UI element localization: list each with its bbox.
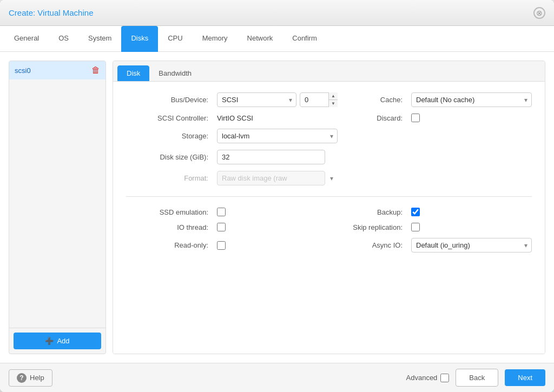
close-button[interactable]: ⊗	[533, 7, 545, 19]
spinner-down[interactable]: ▼	[329, 100, 338, 107]
bus-select[interactable]: SCSI IDE SATA VirtIO	[217, 92, 296, 107]
format-select[interactable]: Raw disk image (raw	[217, 171, 325, 185]
cache-select-wrap: Default (No cache) Direct sync Write bac…	[411, 92, 532, 107]
plus-icon: ➕	[45, 337, 54, 345]
cache-label: Cache:	[342, 96, 407, 104]
advanced-label: Advanced	[406, 374, 438, 382]
tab-os[interactable]: OS	[49, 26, 78, 51]
create-vm-window: Create: Virtual Machine ⊗ General OS Sys…	[0, 0, 554, 392]
bus-device-label: Bus/Device:	[126, 96, 213, 104]
tab-cpu[interactable]: CPU	[158, 26, 192, 51]
discard-checkbox-wrap	[411, 114, 532, 122]
discard-checkbox[interactable]	[411, 114, 420, 122]
tab-bar: General OS System Disks CPU Memory Netwo…	[0, 26, 554, 52]
async-io-select[interactable]: Default (io_uring) io_uring native threa…	[411, 238, 532, 253]
storage-label: Storage:	[126, 132, 213, 140]
footer: ? Help Advanced Back Next	[0, 363, 554, 392]
tab-system[interactable]: System	[78, 26, 121, 51]
io-thread-label: IO thread:	[126, 223, 213, 231]
next-button[interactable]: Next	[505, 369, 545, 386]
advanced-wrap: Advanced	[406, 374, 450, 382]
sidebar-item-label: scsi0	[15, 67, 31, 75]
add-label: Add	[57, 337, 69, 345]
sub-tab-bar: Disk Bandwidth	[113, 61, 545, 82]
disk-size-label: Disk size (GiB):	[126, 153, 213, 161]
disk-size-wrap	[217, 150, 338, 164]
storage-select[interactable]: local-lvm local	[217, 129, 338, 143]
sidebar-item-list: scsi0 🗑	[9, 61, 105, 328]
ssd-checkbox[interactable]	[217, 208, 226, 216]
ssd-checkbox-wrap	[217, 208, 338, 216]
scsi-controller-value: VirtIO SCSI	[217, 114, 338, 122]
question-icon: ?	[17, 373, 27, 383]
titlebar: Create: Virtual Machine ⊗	[0, 0, 554, 26]
readonly-checkbox-wrap	[217, 241, 338, 250]
io-thread-checkbox-wrap	[217, 223, 338, 231]
backup-checkbox-wrap	[411, 208, 532, 216]
spinner-up[interactable]: ▲	[329, 92, 338, 100]
spinner-buttons: ▲ ▼	[328, 92, 338, 107]
io-thread-checkbox[interactable]	[217, 223, 226, 231]
main-content: scsi0 🗑 ➕ Add Disk Bandwidth	[0, 52, 554, 363]
advanced-checkbox[interactable]	[440, 374, 449, 382]
bus-select-wrap: SCSI IDE SATA VirtIO	[217, 92, 296, 107]
add-disk-button[interactable]: ➕ Add	[14, 333, 101, 349]
tab-confirm[interactable]: Confirm	[282, 26, 327, 51]
tab-disks[interactable]: Disks	[121, 26, 158, 52]
window-title: Create: Virtual Machine	[9, 8, 93, 17]
format-select-wrap: Raw disk image (raw	[217, 171, 338, 185]
discard-label: Discard:	[342, 114, 407, 122]
tab-memory[interactable]: Memory	[193, 26, 238, 51]
ssd-emulation-label: SSD emulation:	[126, 208, 213, 216]
subtab-disk[interactable]: Disk	[117, 65, 149, 81]
disk-config-panel: Disk Bandwidth Bus/Device: SCSI IDE SATA	[113, 61, 545, 354]
backup-label: Backup:	[342, 208, 407, 216]
disk-form: Bus/Device: SCSI IDE SATA VirtIO	[113, 82, 545, 354]
sidebar-footer: ➕ Add	[9, 328, 105, 354]
async-io-label: Async IO:	[342, 241, 407, 249]
footer-right: Advanced Back Next	[406, 369, 545, 387]
bus-device-wrap: SCSI IDE SATA VirtIO ▲ ▼	[217, 92, 338, 107]
disk-size-input[interactable]	[217, 150, 325, 164]
form-grid: Bus/Device: SCSI IDE SATA VirtIO	[126, 92, 532, 253]
skip-replication-checkbox[interactable]	[411, 223, 420, 231]
form-divider	[126, 196, 532, 197]
help-label: Help	[30, 374, 44, 382]
async-io-select-wrap: Default (io_uring) io_uring native threa…	[411, 238, 532, 253]
storage-select-wrap: local-lvm local	[217, 129, 338, 143]
help-button[interactable]: ? Help	[9, 369, 52, 387]
tab-network[interactable]: Network	[238, 26, 283, 51]
delete-icon[interactable]: 🗑	[91, 65, 100, 75]
sidebar-item-scsi0[interactable]: scsi0 🗑	[9, 61, 105, 79]
skip-replication-label: Skip replication:	[342, 223, 407, 231]
disk-sidebar: scsi0 🗑 ➕ Add	[9, 61, 106, 354]
subtab-bandwidth[interactable]: Bandwidth	[149, 65, 201, 81]
skip-replication-checkbox-wrap	[411, 223, 532, 231]
back-button[interactable]: Back	[456, 369, 498, 387]
tab-general[interactable]: General	[4, 26, 49, 51]
device-number-wrap: ▲ ▼	[300, 92, 338, 107]
readonly-label: Read-only:	[126, 241, 213, 249]
scsi-controller-label: SCSI Controller:	[126, 114, 213, 122]
readonly-checkbox[interactable]	[217, 241, 226, 250]
format-label: Format:	[126, 174, 213, 182]
cache-select[interactable]: Default (No cache) Direct sync Write bac…	[411, 92, 532, 107]
backup-checkbox[interactable]	[411, 208, 420, 216]
